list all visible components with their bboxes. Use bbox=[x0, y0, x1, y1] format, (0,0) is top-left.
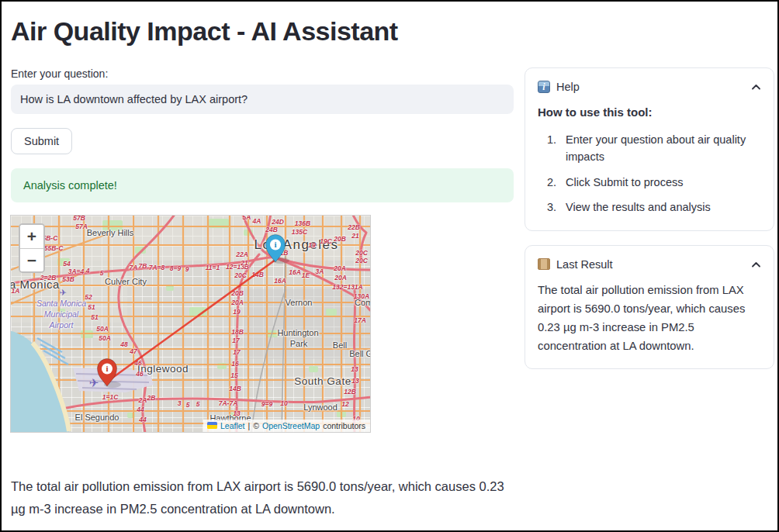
marker-la-downtown: i bbox=[266, 234, 290, 264]
help-subtitle: How to use this tool: bbox=[538, 105, 761, 119]
info-icon: i bbox=[538, 81, 550, 93]
openstreetmap-link[interactable]: OpenStreetMap bbox=[262, 421, 320, 430]
help-step: Enter your question about air quality im… bbox=[559, 131, 761, 166]
copyright-symbol: © bbox=[253, 421, 259, 430]
page-title: Air Quality Impact - AI Assistant bbox=[11, 16, 774, 47]
help-expander-header[interactable]: i Help bbox=[538, 81, 761, 93]
map-attribution: Leaflet | © OpenStreetMap contributors bbox=[203, 420, 370, 432]
leaflet-link[interactable]: Leaflet bbox=[220, 421, 245, 430]
contributors-text: contributors bbox=[323, 421, 365, 430]
map-markers-layer: i i bbox=[11, 216, 370, 432]
help-expander-label: Help bbox=[556, 81, 745, 93]
zoom-in-button[interactable]: + bbox=[20, 225, 43, 248]
zoom-out-button[interactable]: − bbox=[20, 248, 43, 271]
last-result-expander-header[interactable]: Last Result bbox=[538, 258, 761, 271]
last-result-expander-label: Last Result bbox=[556, 258, 745, 271]
connection-line bbox=[109, 260, 275, 380]
submit-button[interactable]: Submit bbox=[11, 128, 72, 154]
last-result-text: The total air pollution emission from LA… bbox=[538, 282, 761, 356]
last-result-expander: Last Result The total air pollution emis… bbox=[525, 245, 774, 369]
help-step: View the results and analysis bbox=[559, 199, 761, 216]
chevron-up-icon bbox=[751, 84, 761, 90]
svg-text:i: i bbox=[106, 364, 108, 373]
scroll-icon bbox=[538, 258, 550, 270]
chevron-up-icon bbox=[751, 261, 761, 268]
help-expander: i Help How to use this tool: Enter your … bbox=[525, 67, 774, 231]
success-alert: Analysis complete! bbox=[11, 168, 514, 202]
result-text: The total air pollution emission from LA… bbox=[11, 475, 511, 520]
main-column: Enter your question: How is LA downtown … bbox=[11, 67, 514, 520]
sidebar-column: i Help How to use this tool: Enter your … bbox=[525, 67, 774, 369]
help-steps-list: Enter your question about air quality im… bbox=[538, 131, 761, 216]
attribution-separator: | bbox=[248, 421, 251, 430]
ukraine-flag-icon bbox=[207, 422, 217, 429]
question-input[interactable]: How is LA downtown affected by LAX airpo… bbox=[11, 85, 514, 114]
app-page: Air Quality Impact - AI Assistant Enter … bbox=[0, 0, 779, 532]
map[interactable]: Beverly HillsSanta MonicaCulver CityLos … bbox=[11, 216, 370, 432]
map-zoom-control: + − bbox=[19, 223, 45, 273]
svg-text:i: i bbox=[274, 240, 276, 249]
question-label: Enter your question: bbox=[11, 67, 514, 80]
help-step: Click Submit to process bbox=[559, 174, 761, 191]
